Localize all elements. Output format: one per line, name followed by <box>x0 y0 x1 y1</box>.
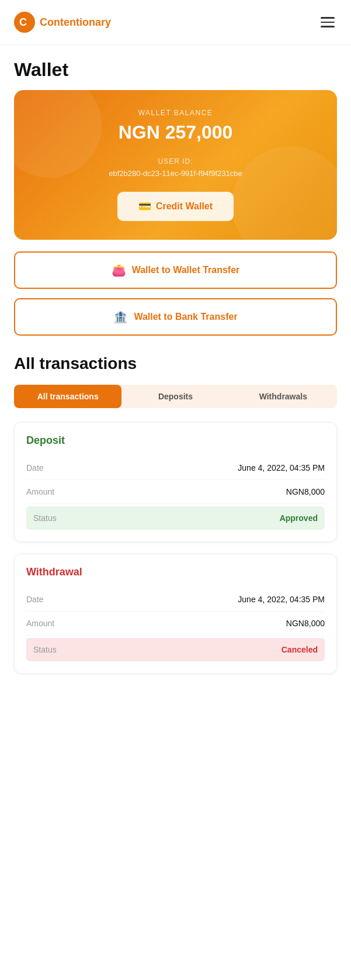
transactions-section: All transactions All transactions Deposi… <box>0 336 351 674</box>
hamburger-line-1 <box>321 17 335 19</box>
transaction-row-amount-deposit: Amount NGN8,000 <box>26 480 325 504</box>
credit-wallet-icon: 💳 <box>138 200 151 213</box>
transaction-card-deposit: Deposit Date June 4, 2022, 04:35 PM Amou… <box>14 422 337 542</box>
deposit-status-row: Status Approved <box>26 506 325 530</box>
transaction-type-deposit: Deposit <box>26 434 325 447</box>
logo-icon: C <box>14 12 35 33</box>
withdrawal-date-value: June 4, 2022, 04:35 PM <box>238 595 325 604</box>
transaction-type-withdrawal: Withdrawal <box>26 566 325 578</box>
wallet-to-wallet-label: Wallet to Wallet Transfer <box>132 265 240 275</box>
transfer-buttons-section: 👛 Wallet to Wallet Transfer 🏦 Wallet to … <box>0 240 351 336</box>
wallet-userid-value: ebf2b280-dc23-11ec-991f-f94f9f231cbe <box>28 169 323 178</box>
transaction-row-date-deposit: Date June 4, 2022, 04:35 PM <box>26 456 325 480</box>
deposit-amount-label: Amount <box>26 487 54 496</box>
deposit-status-label: Status <box>33 513 57 523</box>
withdrawal-date-label: Date <box>26 595 44 604</box>
transaction-row-date-withdrawal: Date June 4, 2022, 04:35 PM <box>26 588 325 612</box>
wallet-balance-label: WALLET BALANCE <box>28 109 323 117</box>
withdrawal-amount-value: NGN8,000 <box>286 619 325 628</box>
transactions-section-title: All transactions <box>14 354 337 373</box>
hamburger-line-3 <box>321 26 335 27</box>
transaction-card-withdrawal: Withdrawal Date June 4, 2022, 04:35 PM A… <box>14 554 337 674</box>
withdrawal-status-value: Canceled <box>282 645 318 654</box>
wallet-userid-label: USER ID: <box>28 157 323 165</box>
tab-all-transactions[interactable]: All transactions <box>14 385 121 408</box>
credit-wallet-button[interactable]: 💳 Credit Wallet <box>117 192 234 221</box>
wallet-to-bank-transfer-button[interactable]: 🏦 Wallet to Bank Transfer <box>14 298 337 336</box>
deposit-date-label: Date <box>26 463 44 472</box>
withdrawal-status-label: Status <box>33 645 57 654</box>
withdrawal-status-row: Status Canceled <box>26 638 325 661</box>
tab-withdrawals[interactable]: Withdrawals <box>230 385 337 408</box>
wallet-card: WALLET BALANCE NGN 257,000 USER ID: ebf2… <box>14 90 337 240</box>
transaction-row-amount-withdrawal: Amount NGN8,000 <box>26 612 325 636</box>
wallet-balance-amount: NGN 257,000 <box>28 122 323 143</box>
deposit-status-value: Approved <box>280 513 318 523</box>
wallet-to-bank-icon: 🏦 <box>113 310 128 324</box>
deposit-amount-value: NGN8,000 <box>286 487 325 496</box>
hamburger-line-2 <box>321 22 335 23</box>
header: C Contentionary <box>0 0 351 45</box>
hamburger-menu-button[interactable] <box>318 15 337 30</box>
logo-area: C Contentionary <box>14 12 111 33</box>
wallet-to-bank-label: Wallet to Bank Transfer <box>134 312 237 322</box>
page-title: Wallet <box>0 45 351 90</box>
withdrawal-amount-label: Amount <box>26 619 54 628</box>
tab-deposits[interactable]: Deposits <box>121 385 229 408</box>
transactions-tabs: All transactions Deposits Withdrawals <box>14 385 337 408</box>
logo-text: Contentionary <box>40 16 111 29</box>
credit-wallet-label: Credit Wallet <box>156 201 213 212</box>
deposit-date-value: June 4, 2022, 04:35 PM <box>238 463 325 472</box>
wallet-to-wallet-transfer-button[interactable]: 👛 Wallet to Wallet Transfer <box>14 251 337 289</box>
svg-text:C: C <box>19 16 27 28</box>
wallet-to-wallet-icon: 👛 <box>112 263 126 277</box>
